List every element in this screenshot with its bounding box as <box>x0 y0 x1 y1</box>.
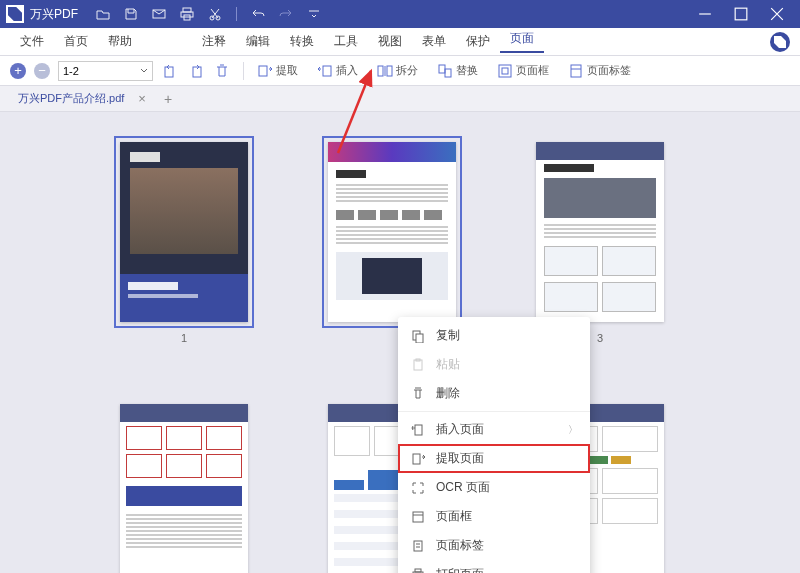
ctx-page-box[interactable]: 页面框 <box>398 502 590 531</box>
ctx-extract-pages[interactable]: 提取页面 <box>398 444 590 473</box>
brand-icon[interactable] <box>770 32 790 52</box>
menu-edit[interactable]: 编辑 <box>236 33 280 50</box>
menu-protect[interactable]: 保护 <box>456 33 500 50</box>
svg-rect-9 <box>259 66 267 76</box>
pagebox-button[interactable]: 页面框 <box>496 62 549 80</box>
svg-rect-17 <box>571 65 581 77</box>
ocr-icon <box>410 480 426 496</box>
page-number: 1 <box>181 332 187 344</box>
insert-button[interactable]: 插入 <box>316 62 358 80</box>
menu-annotate[interactable]: 注释 <box>192 33 236 50</box>
insert-page-icon <box>410 422 426 438</box>
pagebox-icon <box>410 509 426 525</box>
ctx-delete[interactable]: 删除 <box>398 379 590 408</box>
rotate-left-icon[interactable] <box>161 62 179 80</box>
pagelabels-button[interactable]: 页面标签 <box>567 62 631 80</box>
rotate-right-icon[interactable] <box>187 62 205 80</box>
ctx-page-labels[interactable]: 页面标签 <box>398 531 590 560</box>
print-icon <box>410 567 426 574</box>
split-button[interactable]: 拆分 <box>376 62 418 80</box>
ctx-paste: 粘贴 <box>398 350 590 379</box>
document-tab[interactable]: 万兴PDF产品介绍.pdf × <box>10 91 154 106</box>
menu-pages[interactable]: 页面 <box>500 30 544 53</box>
page-thumbnail-4[interactable] <box>120 404 248 573</box>
titlebar: 万兴PDF <box>0 0 800 28</box>
add-tab-button[interactable]: + <box>164 91 172 107</box>
svg-rect-6 <box>735 8 747 20</box>
svg-rect-23 <box>413 454 420 464</box>
svg-rect-25 <box>414 541 422 551</box>
menu-forms[interactable]: 表单 <box>412 33 456 50</box>
qat-sep <box>236 7 237 21</box>
close-tab-icon[interactable]: × <box>138 91 146 106</box>
thumbnail-grid: 1 3 <box>0 112 800 573</box>
svg-rect-13 <box>439 65 445 73</box>
minimize-button[interactable] <box>698 7 712 21</box>
pagelabel-icon <box>410 538 426 554</box>
svg-rect-19 <box>416 334 423 343</box>
document-tab-label: 万兴PDF产品介绍.pdf <box>18 91 124 106</box>
page-thumbnail-2[interactable] <box>328 142 456 344</box>
ctx-copy[interactable]: 复制 <box>398 321 590 350</box>
app-logo <box>6 5 24 23</box>
context-menu: 复制 粘贴 删除 插入页面 〉 提取页面 OCR 页面 页面框 <box>398 317 590 573</box>
page-thumbnail-3[interactable]: 3 <box>536 142 664 344</box>
menu-file[interactable]: 文件 <box>10 33 54 50</box>
menu-convert[interactable]: 转换 <box>280 33 324 50</box>
menubar: 文件 首页 帮助 注释 编辑 转换 工具 视图 表单 保护 页面 <box>0 28 800 56</box>
ctx-ocr-pages[interactable]: OCR 页面 <box>398 473 590 502</box>
extract-button[interactable]: 提取 <box>256 62 298 80</box>
undo-icon[interactable] <box>251 7 265 21</box>
print-icon[interactable] <box>180 7 194 21</box>
svg-rect-22 <box>415 425 422 435</box>
svg-rect-24 <box>413 512 423 522</box>
zoom-out-button[interactable]: − <box>34 63 50 79</box>
document-tabs: 万兴PDF产品介绍.pdf × + <box>0 86 800 112</box>
mail-icon[interactable] <box>152 7 166 21</box>
replace-button[interactable]: 替换 <box>436 62 478 80</box>
open-icon[interactable] <box>96 7 110 21</box>
trash-icon <box>410 386 426 402</box>
page-thumbnail-1[interactable]: 1 <box>120 142 248 344</box>
paste-icon <box>410 357 426 373</box>
svg-rect-11 <box>378 66 383 76</box>
maximize-button[interactable] <box>734 7 748 21</box>
svg-rect-12 <box>387 66 392 76</box>
qat-customize-icon[interactable] <box>307 7 321 21</box>
toolbar: + − 1-2 提取 插入 拆分 替换 页面框 页面标签 <box>0 56 800 86</box>
redo-icon[interactable] <box>279 7 293 21</box>
app-title: 万兴PDF <box>30 6 78 23</box>
menu-home[interactable]: 首页 <box>54 33 98 50</box>
page-range-select[interactable]: 1-2 <box>58 61 153 81</box>
copy-icon <box>410 328 426 344</box>
save-icon[interactable] <box>124 7 138 21</box>
extract-page-icon <box>410 451 426 467</box>
svg-rect-10 <box>323 66 331 76</box>
cut-icon[interactable] <box>208 7 222 21</box>
menu-tools[interactable]: 工具 <box>324 33 368 50</box>
svg-rect-15 <box>499 65 511 77</box>
svg-rect-16 <box>502 68 508 74</box>
delete-icon[interactable] <box>213 62 231 80</box>
menu-view[interactable]: 视图 <box>368 33 412 50</box>
page-number: 3 <box>597 332 603 344</box>
zoom-in-button[interactable]: + <box>10 63 26 79</box>
close-button[interactable] <box>770 7 784 21</box>
page-range-value: 1-2 <box>63 65 79 77</box>
svg-rect-14 <box>445 69 451 77</box>
svg-rect-1 <box>183 8 191 12</box>
chevron-right-icon: 〉 <box>568 423 578 437</box>
ctx-insert-pages[interactable]: 插入页面 〉 <box>398 415 590 444</box>
menu-help[interactable]: 帮助 <box>98 33 142 50</box>
ctx-print-pages[interactable]: 打印页面 <box>398 560 590 573</box>
